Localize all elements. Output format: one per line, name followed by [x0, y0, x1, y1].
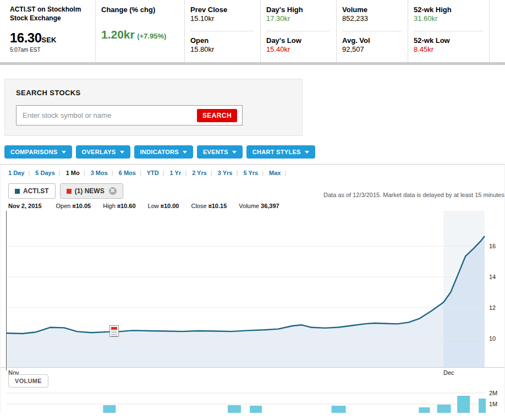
range-3-mos[interactable]: 3 Mos: [91, 170, 108, 176]
stat-value: 17.30kr: [266, 14, 330, 23]
close-icon[interactable]: ✕: [109, 187, 117, 195]
button-label: OVERLAYS: [82, 149, 116, 155]
stat-label: Day's High: [266, 6, 330, 14]
button-label: COMPARISONS: [10, 149, 58, 155]
svg-text:1M: 1M: [489, 401, 497, 407]
range-ytd[interactable]: YTD: [147, 170, 159, 176]
range-2-yrs[interactable]: 2 Yrs: [192, 170, 207, 176]
series-color-swatch-icon: [15, 189, 20, 194]
range-5-yrs[interactable]: 5 Yrs: [243, 170, 258, 176]
range-5-days[interactable]: 5 Days: [35, 170, 54, 176]
button-label: INDICATORS: [140, 149, 179, 155]
news-event-marker-icon[interactable]: [109, 325, 119, 337]
legend-news-pill[interactable]: (1) NEWS ✕: [60, 183, 123, 199]
range-selector: 1 Day| 5 Days| 1 Mo| 3 Mos| 6 Mos| YTD| …: [1, 165, 504, 176]
stat-label: Volume: [342, 6, 401, 14]
stat-column-prevclose-open: Prev Close 15.10kr Open 15.80kr: [185, 0, 261, 62]
chart-styles-button[interactable]: CHART STYLES: [246, 145, 315, 159]
news-color-swatch-icon: [67, 189, 72, 194]
range-separator: |: [258, 170, 267, 176]
search-stocks-panel: SEARCH STOCKS SEARCH: [4, 79, 303, 136]
chart-module: 1 Day| 5 Days| 1 Mo| 3 Mos| 6 Mos| YTD| …: [0, 164, 505, 413]
stat-value: 852,233: [342, 14, 401, 23]
stat-value: 15.10kr: [190, 14, 254, 23]
stat-value: 15.80kr: [190, 45, 254, 53]
header-divider-bar: [0, 62, 505, 65]
indicators-button[interactable]: INDICATORS: [134, 145, 193, 159]
stat-label: 52-wk High: [414, 6, 482, 14]
stat-column-days-high-low: Day's High 17.30kr Day's Low 15.40kr: [261, 0, 337, 62]
x-axis-label-dec: Dec: [443, 369, 454, 376]
button-label: CHART STYLES: [252, 149, 301, 155]
range-separator: |: [232, 170, 241, 176]
range-max[interactable]: Max: [269, 170, 281, 176]
events-button[interactable]: EVENTS: [197, 145, 243, 159]
ohlc-low: Low ¤10.00: [148, 203, 179, 209]
range-1-mo[interactable]: 1 Mo: [66, 170, 80, 176]
range-separator: |: [108, 170, 117, 176]
volume-chart-svg: 1M2M: [1, 388, 505, 413]
caret-down-icon: [62, 151, 66, 154]
data-delay-note: Data as of 12/3/2015. Market data is del…: [323, 192, 504, 199]
legend-row: ACTI.ST (1) NEWS ✕ Data as of 12/3/2015.…: [1, 176, 504, 199]
change-column: Change (% chg) 1.20kr (+7.95%): [96, 0, 185, 62]
search-panel-title: SEARCH STOCKS: [16, 89, 291, 97]
svg-text:10: 10: [489, 335, 496, 342]
range-separator: |: [281, 170, 290, 176]
stat-label: 52-wk Low: [414, 36, 482, 45]
ohlc-volume: Volume 36,397: [239, 203, 279, 209]
quote-header: ACTI.ST on Stockholm Stock Exchange 16.3…: [0, 0, 505, 62]
ohlc-close: Close ¤10.15: [191, 203, 227, 209]
caret-down-icon: [183, 151, 187, 154]
stat-value: 92,507: [342, 45, 401, 53]
volume-toggle-pill[interactable]: VOLUME: [8, 374, 48, 388]
stat-label: Avg. Vol: [342, 36, 401, 45]
chart-toolbar: COMPARISONS OVERLAYS INDICATORS EVENTS C…: [4, 145, 505, 159]
ohlc-open: Open ¤10.05: [56, 203, 91, 209]
price-currency: SEK: [42, 36, 57, 44]
range-separator: |: [207, 170, 216, 176]
quote-timestamp: 5:07am EST: [10, 47, 89, 53]
symbol-column: ACTI.ST on Stockholm Stock Exchange 16.3…: [4, 0, 96, 62]
caret-down-icon: [232, 151, 237, 154]
stat-value: 31.60kr: [414, 14, 482, 23]
ohlc-high: High ¤10.60: [103, 203, 135, 209]
stat-label: Open: [190, 36, 254, 45]
legend-news-label: (1) NEWS: [75, 187, 105, 195]
overlays-button[interactable]: OVERLAYS: [76, 145, 130, 159]
svg-text:12: 12: [489, 304, 496, 311]
svg-text:14: 14: [489, 274, 496, 280]
ohlc-readout: Nov 2, 2015 Open ¤10.05 High ¤10.60 Low …: [1, 199, 504, 211]
change-label: Change (% chg): [101, 6, 178, 14]
range-6-mos[interactable]: 6 Mos: [119, 170, 136, 176]
button-label: EVENTS: [203, 149, 228, 155]
range-separator: |: [80, 170, 89, 176]
svg-text:2M: 2M: [489, 390, 497, 396]
range-separator: |: [159, 170, 168, 176]
x-axis-strip: Nov Dec VOLUME: [1, 367, 504, 388]
range-separator: |: [55, 170, 64, 176]
stat-label: Prev Close: [190, 6, 254, 14]
range-separator: |: [181, 170, 190, 176]
volume-chart[interactable]: 1M2M: [1, 388, 504, 413]
search-box: SEARCH: [16, 105, 243, 126]
range-1-day[interactable]: 1 Day: [8, 170, 24, 176]
change-percent: (+7.95%): [137, 32, 166, 40]
comparisons-button[interactable]: COMPARISONS: [4, 145, 72, 159]
stat-label: Day's Low: [266, 36, 330, 45]
ohlc-date: Nov 2, 2015: [8, 203, 42, 209]
last-price: 16.30: [10, 30, 42, 45]
stat-value: 8.45kr: [414, 45, 482, 53]
range-separator: |: [136, 170, 145, 176]
caret-down-icon: [305, 151, 309, 154]
range-1-yr[interactable]: 1 Yr: [170, 170, 182, 176]
search-button[interactable]: SEARCH: [197, 109, 237, 122]
stat-value: 15.40kr: [266, 45, 330, 53]
range-3-yrs[interactable]: 3 Yrs: [218, 170, 233, 176]
caret-down-icon: [120, 151, 124, 154]
legend-symbol-label: ACTI.ST: [23, 187, 49, 195]
range-separator: |: [24, 170, 34, 176]
stat-column-volume: Volume 852,233 Avg. Vol 92,507: [337, 0, 408, 62]
price-chart[interactable]: 10121416: [1, 211, 504, 367]
legend-symbol-pill[interactable]: ACTI.ST: [8, 183, 56, 199]
